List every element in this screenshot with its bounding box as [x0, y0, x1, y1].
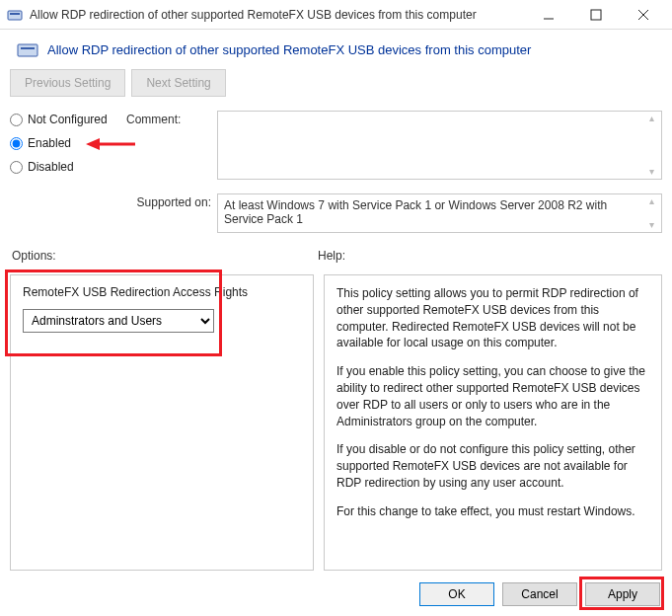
chevron-up-icon: ▴	[643, 196, 659, 206]
help-text: For this change to take effect, you must…	[336, 503, 649, 520]
help-text: This policy setting allows you to permit…	[336, 285, 649, 351]
footer: OK Cancel Apply	[0, 575, 672, 616]
policy-header: Allow RDP redirection of other supported…	[0, 30, 672, 65]
chevron-down-icon: ▾	[643, 167, 659, 177]
options-heading: Options:	[12, 249, 318, 263]
window-title: Allow RDP redirection of other supported…	[30, 8, 524, 22]
radio-disabled-input[interactable]	[10, 161, 23, 174]
radio-enabled-input[interactable]	[10, 137, 23, 150]
help-text: If you enable this policy setting, you c…	[336, 363, 649, 429]
svg-rect-3	[591, 10, 601, 20]
maximize-button[interactable]	[573, 1, 619, 29]
minimize-button[interactable]	[526, 1, 571, 29]
state-radio-group: Not Configured Enabled Disabled	[10, 111, 126, 184]
cancel-button[interactable]: Cancel	[502, 582, 577, 606]
comment-label: Comment:	[126, 111, 217, 126]
radio-disabled[interactable]: Disabled	[10, 160, 126, 174]
chevron-up-icon: ▴	[643, 114, 659, 123]
supported-on-value: At least Windows 7 with Service Pack 1 o…	[224, 198, 607, 226]
help-text: If you disable or do not configure this …	[336, 441, 649, 491]
help-heading: Help:	[318, 249, 345, 263]
options-panel: RemoteFX USB Redirection Access Rights A…	[10, 274, 314, 571]
svg-rect-1	[10, 13, 20, 15]
radio-disabled-label: Disabled	[28, 160, 74, 174]
ok-button[interactable]: OK	[419, 582, 494, 606]
policy-title: Allow RDP redirection of other supported…	[47, 42, 531, 57]
supported-on-label: Supported on:	[126, 193, 217, 233]
radio-enabled-label: Enabled	[28, 136, 71, 150]
next-setting-button[interactable]: Next Setting	[131, 69, 225, 97]
svg-rect-6	[18, 44, 37, 56]
options-title: RemoteFX USB Redirection Access Rights	[23, 285, 301, 299]
previous-setting-button[interactable]: Previous Setting	[10, 69, 125, 97]
supported-on-box: At least Windows 7 with Service Pack 1 o…	[217, 193, 662, 233]
scrollbar[interactable]: ▴▾	[643, 196, 659, 230]
chevron-down-icon: ▾	[643, 220, 659, 230]
toolbar: Previous Setting Next Setting	[0, 65, 672, 107]
apply-button[interactable]: Apply	[585, 582, 660, 606]
radio-not-configured[interactable]: Not Configured	[10, 113, 126, 126]
policy-icon	[16, 39, 39, 59]
radio-not-configured-label: Not Configured	[28, 113, 108, 126]
radio-enabled[interactable]: Enabled	[10, 136, 126, 150]
titlebar: Allow RDP redirection of other supported…	[0, 0, 672, 30]
help-panel: This policy setting allows you to permit…	[324, 274, 662, 571]
svg-rect-0	[8, 11, 22, 20]
access-rights-select[interactable]: Adminstrators and Users	[23, 309, 214, 333]
svg-rect-7	[21, 47, 35, 49]
radio-not-configured-input[interactable]	[10, 114, 23, 126]
policy-icon	[6, 6, 24, 24]
scrollbar[interactable]: ▴▾	[643, 114, 659, 177]
close-button[interactable]	[621, 1, 666, 29]
comment-textarea[interactable]: ▴▾	[217, 111, 662, 180]
